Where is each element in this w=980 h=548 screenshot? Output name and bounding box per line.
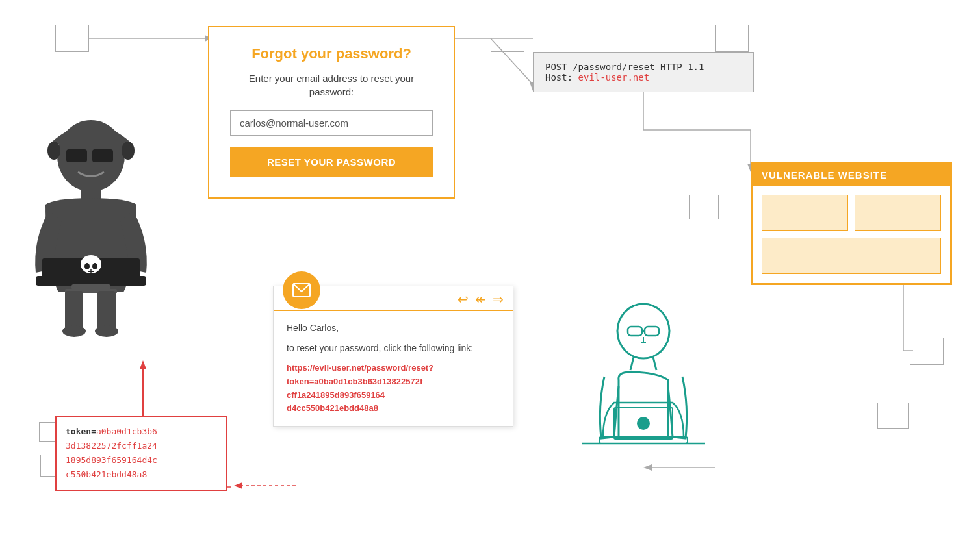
reply-icon[interactable]: ↩ — [458, 292, 469, 307]
form-description: Enter your email address to reset your p… — [230, 71, 433, 99]
http-host-label: Host: — [545, 72, 578, 82]
flow-square-top-mid — [491, 25, 524, 52]
svg-point-31 — [92, 263, 97, 269]
svg-line-48 — [653, 357, 656, 370]
http-line2: Host: evil-user.net — [545, 72, 741, 82]
svg-rect-43 — [645, 327, 659, 336]
token-value-1: a0ba0d1cb3b6 — [96, 427, 157, 436]
svg-rect-22 — [92, 149, 113, 162]
svg-point-24 — [47, 142, 60, 160]
token-box: token=a0ba0d1cb3b6 3d13822572fcff1a24 18… — [55, 416, 227, 491]
svg-rect-42 — [628, 327, 642, 336]
svg-point-50 — [637, 417, 650, 430]
link-host: evil-user.net — [315, 363, 364, 373]
flow-square-top-left — [55, 25, 89, 52]
email-body-text: to reset your password, click the follow… — [287, 342, 500, 355]
flow-square-mid-right — [689, 195, 719, 219]
email-field[interactable] — [230, 110, 433, 136]
password-reset-form: Forgot your password? Enter your email a… — [208, 26, 455, 199]
svg-rect-21 — [66, 149, 87, 162]
http-host-value: evil-user.net — [578, 72, 650, 82]
svg-rect-37 — [97, 291, 116, 330]
vuln-website-content — [753, 186, 950, 283]
vuln-block-2 — [855, 195, 941, 231]
email-greeting: Hello Carlos, — [287, 321, 500, 335]
form-title: Forgot your password? — [230, 45, 433, 62]
normal-user-figure — [565, 295, 721, 516]
token-value-4: c550b421ebdd48a8 — [66, 469, 147, 479]
vuln-block-1 — [762, 195, 848, 231]
email-reset-link: https://evil-user.net/password/reset?tok… — [287, 362, 500, 416]
svg-rect-36 — [65, 291, 83, 330]
flow-square-right-mid — [910, 338, 944, 365]
svg-line-47 — [630, 357, 634, 370]
hacker-figure — [13, 84, 169, 364]
vulnerable-website-box: VULNERABLE WEBSITE — [751, 162, 952, 285]
vuln-row-1 — [762, 195, 941, 231]
token-value-3: 1895d893f659164d4c — [66, 455, 157, 465]
email-popup-body: Hello Carlos, to reset your password, cl… — [274, 311, 513, 426]
svg-point-25 — [122, 142, 135, 160]
reset-password-button[interactable]: RESET YOUR PASSWORD — [230, 147, 433, 177]
http-line1: POST /password/reset HTTP 1.1 — [545, 62, 741, 72]
reply-all-icon[interactable]: ↞ — [475, 292, 486, 307]
email-action-icons: ↩ ↞ ⇒ — [458, 292, 504, 307]
vuln-block-3 — [762, 238, 941, 274]
svg-marker-15 — [234, 482, 242, 489]
svg-point-39 — [95, 325, 118, 337]
flow-square-top-right — [715, 25, 749, 52]
svg-rect-34 — [71, 284, 110, 290]
http-request-box: POST /password/reset HTTP 1.1 Host: evil… — [533, 52, 754, 92]
svg-point-38 — [62, 325, 86, 337]
flow-square-bottom-right — [877, 403, 909, 429]
token-label: token= — [66, 427, 96, 436]
vuln-website-header: VULNERABLE WEBSITE — [753, 164, 950, 186]
token-value-2: 3d13822572fcff1a24 — [66, 441, 157, 451]
svg-point-30 — [84, 263, 90, 269]
forward-icon[interactable]: ⇒ — [493, 292, 504, 307]
link-prefix: https:// — [287, 363, 315, 373]
email-circle-icon — [283, 271, 320, 309]
